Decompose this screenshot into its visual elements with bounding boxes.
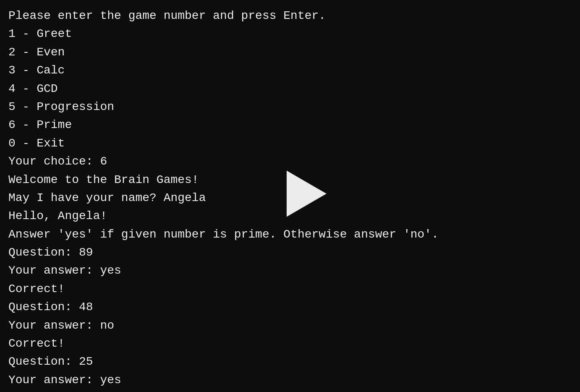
terminal-line-16: Correct! — [8, 280, 572, 298]
play-icon — [287, 171, 327, 217]
terminal-line-5: 4 - GCD — [8, 80, 572, 98]
terminal-line-15: Your answer: yes — [8, 261, 572, 280]
terminal-line-18: Your answer: no — [8, 316, 572, 335]
terminal-line-14: Question: 89 — [8, 243, 572, 261]
terminal-line-22: 'yes' is wrong answer ;(. Correct answer… — [8, 389, 572, 392]
terminal-line-3: 2 - Even — [8, 43, 572, 61]
terminal-line-2: 1 - Greet — [8, 25, 572, 43]
terminal-line-21: Your answer: yes — [8, 371, 572, 389]
terminal-line-8: 0 - Exit — [8, 134, 572, 152]
terminal-line-17: Question: 48 — [8, 298, 572, 316]
terminal-line-9: Your choice: 6 — [8, 152, 572, 170]
terminal-line-7: 6 - Prime — [8, 116, 572, 134]
terminal-line-1: Please enter the game number and press E… — [8, 7, 572, 25]
terminal-line-19: Correct! — [8, 335, 572, 353]
play-button[interactable] — [281, 171, 327, 217]
terminal-line-4: 3 - Calc — [8, 61, 572, 79]
terminal-line-13: Answer 'yes' if given number is prime. O… — [8, 225, 572, 243]
terminal-line-6: 5 - Progression — [8, 98, 572, 116]
terminal-line-20: Question: 25 — [8, 353, 572, 371]
